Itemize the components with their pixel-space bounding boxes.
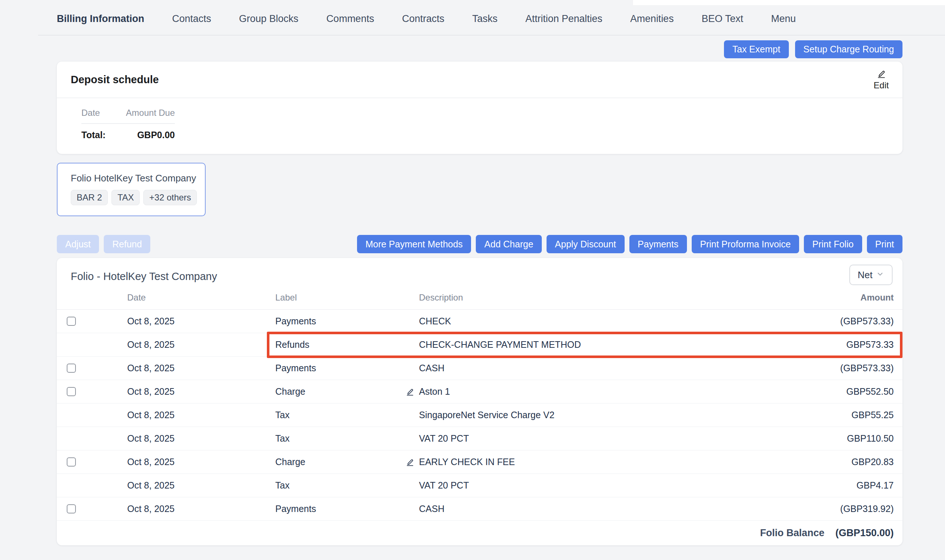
- apply-discount-button[interactable]: Apply Discount: [546, 235, 625, 253]
- billing-information-page: Billing InformationContactsGroup BlocksC…: [0, 0, 945, 560]
- tab-contracts[interactable]: Contracts: [402, 13, 445, 25]
- cell-date: Oct 8, 2025: [127, 316, 275, 326]
- folio-table-title: Folio - HotelKey Test Company: [71, 271, 217, 283]
- folio-table: Date Label Description Amount Oct 8, 202…: [57, 286, 902, 545]
- col-header-label: Label: [275, 292, 419, 303]
- more-payment-methods-button[interactable]: More Payment Methods: [357, 235, 471, 253]
- row-checkbox[interactable]: [67, 457, 76, 466]
- tab-billing-information[interactable]: Billing Information: [57, 13, 144, 25]
- folio-table-row: Oct 8, 2025TaxVAT 20 PCTGBP4.17: [57, 474, 902, 497]
- cell-label: Tax: [275, 433, 419, 444]
- folio-table-row: Oct 8, 2025TaxVAT 20 PCTGBP110.50: [57, 427, 902, 451]
- cell-label: Tax: [275, 480, 419, 491]
- folio-table-row: Oct 8, 2025ChargeAston 1GBP552.50: [57, 380, 902, 403]
- cell-date: Oct 8, 2025: [127, 363, 275, 374]
- deposit-total-value: GBP0.00: [137, 130, 175, 140]
- print-proforma-invoice-button[interactable]: Print Proforma Invoice: [692, 235, 799, 253]
- cell-description: Aston 1: [419, 386, 846, 397]
- row-checkbox[interactable]: [67, 504, 76, 514]
- tab-group-blocks[interactable]: Group Blocks: [239, 13, 299, 25]
- cell-amount: GBP20.83: [851, 457, 894, 467]
- cell-amount: (GBP573.33): [840, 363, 894, 374]
- tab-comments[interactable]: Comments: [326, 13, 374, 25]
- folio-table-header-row: Date Label Description Amount: [57, 286, 902, 310]
- folio-table-row: Oct 8, 2025PaymentsCHECK(GBP573.33): [57, 310, 902, 333]
- cell-amount: GBP110.50: [847, 433, 894, 444]
- folio-tag-bar-2[interactable]: BAR 2: [71, 190, 108, 205]
- deposit-col-amount-due: Amount Due: [126, 108, 175, 118]
- folio-summary-title: Folio HotelKey Test Company: [71, 172, 205, 184]
- pencil-icon: [876, 74, 887, 80]
- deposit-table-header: Date Amount Due: [82, 108, 175, 124]
- tab-menu[interactable]: Menu: [771, 13, 796, 25]
- tab-beo-text[interactable]: BEO Text: [702, 13, 743, 25]
- edit-label: Edit: [869, 80, 894, 91]
- pencil-icon[interactable]: [405, 387, 415, 396]
- tax-exempt-button[interactable]: Tax Exempt: [724, 40, 789, 58]
- folio-toolbar: AdjustRefund More Payment MethodsAdd Cha…: [57, 235, 902, 253]
- folio-table-card: Folio - HotelKey Test Company Net Date L…: [57, 258, 902, 545]
- cell-amount: GBP552.50: [846, 386, 894, 397]
- setup-charge-routing-button[interactable]: Setup Charge Routing: [795, 40, 902, 58]
- tab-tasks[interactable]: Tasks: [472, 13, 497, 25]
- row-checkbox[interactable]: [67, 317, 76, 326]
- cell-label: Refunds: [275, 339, 419, 350]
- tab-contacts[interactable]: Contacts: [172, 13, 211, 25]
- deposit-total-label: Total:: [82, 130, 106, 140]
- tab-attrition-penalties[interactable]: Attrition Penalties: [525, 13, 602, 25]
- cell-amount: (GBP319.92): [840, 503, 894, 514]
- print-folio-button[interactable]: Print Folio: [804, 235, 862, 253]
- top-action-buttons: Tax ExemptSetup Charge Routing: [724, 40, 902, 58]
- folio-balance-row: Folio Balance (GBP150.00): [57, 521, 902, 545]
- net-filter-value: Net: [858, 269, 873, 281]
- cell-amount: GBP4.17: [857, 480, 894, 491]
- folio-tag-32-others[interactable]: +32 others: [143, 190, 197, 205]
- folio-table-row: Oct 8, 2025PaymentsCASH(GBP573.33): [57, 357, 902, 380]
- folio-summary-card[interactable]: Folio HotelKey Test Company BAR 2TAX+32 …: [57, 163, 206, 216]
- cell-label: Payments: [275, 363, 419, 374]
- cell-date: Oct 8, 2025: [127, 410, 275, 420]
- folio-table-body: Oct 8, 2025PaymentsCHECK(GBP573.33)Oct 8…: [57, 310, 902, 521]
- row-checkbox[interactable]: [67, 363, 76, 373]
- folio-table-row: Oct 8, 2025ChargeEARLY CHECK IN FEEGBP20…: [57, 451, 902, 474]
- folio-table-row: Oct 8, 2025PaymentsCASH(GBP319.92): [57, 497, 902, 521]
- deposit-total-row: Total: GBP0.00: [82, 124, 175, 140]
- cell-amount: GBP573.33: [846, 339, 894, 350]
- cell-amount: GBP55.25: [851, 410, 894, 420]
- col-header-amount: Amount: [860, 292, 894, 303]
- adjust-button[interactable]: Adjust: [57, 235, 99, 253]
- folio-balance-value: (GBP150.00): [836, 528, 894, 539]
- deposit-schedule-card: Deposit schedule Edit Date Amount Due To…: [57, 62, 902, 154]
- cell-description: VAT 20 PCT: [419, 433, 847, 444]
- col-header-date: Date: [127, 292, 275, 303]
- deposit-schedule-table: Date Amount Due Total: GBP0.00: [71, 108, 184, 140]
- cell-label: Charge: [275, 386, 419, 397]
- print-button[interactable]: Print: [867, 235, 902, 253]
- row-checkbox[interactable]: [67, 387, 76, 396]
- edit-deposit-schedule-button[interactable]: Edit: [869, 69, 894, 91]
- add-charge-button[interactable]: Add Charge: [476, 235, 542, 253]
- payments-button[interactable]: Payments: [629, 235, 687, 253]
- toolbar-left-buttons: AdjustRefund: [57, 235, 150, 253]
- chevron-down-icon: [876, 269, 884, 281]
- top-edge-artifact: [633, 0, 945, 5]
- cell-description: CASH: [419, 363, 840, 374]
- pencil-icon[interactable]: [405, 457, 415, 466]
- cell-label: Payments: [275, 503, 419, 514]
- cell-description: CASH: [419, 503, 840, 514]
- tab-bar-divider: [38, 35, 945, 35]
- cell-date: Oct 8, 2025: [127, 480, 275, 491]
- deposit-card-title: Deposit schedule: [71, 74, 159, 86]
- folio-tag-tax[interactable]: TAX: [111, 190, 140, 205]
- net-filter-dropdown[interactable]: Net: [849, 265, 893, 285]
- col-header-description: Description: [419, 292, 860, 303]
- cell-label: Charge: [275, 457, 419, 467]
- tab-amenities[interactable]: Amenities: [630, 13, 674, 25]
- cell-amount: (GBP573.33): [840, 316, 894, 326]
- cell-description: VAT 20 PCT: [419, 480, 857, 491]
- refund-button[interactable]: Refund: [104, 235, 150, 253]
- cell-description: EARLY CHECK IN FEE: [419, 457, 851, 467]
- folio-table-row: Oct 8, 2025TaxSingaporeNet Service Charg…: [57, 403, 902, 427]
- cell-description: CHECK-CHANGE PAYMENT METHOD: [419, 339, 846, 350]
- cell-date: Oct 8, 2025: [127, 386, 275, 397]
